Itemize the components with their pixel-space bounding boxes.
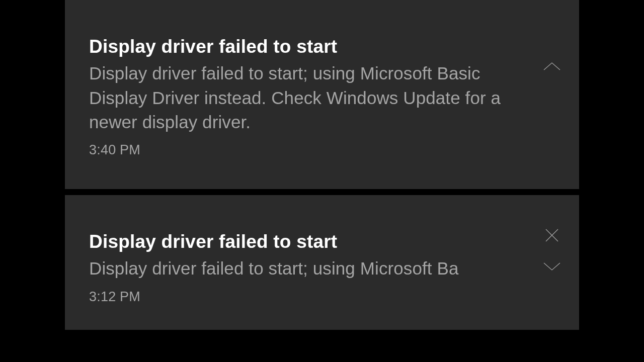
notification-card[interactable]: Display driver failed to start Display d… xyxy=(65,195,579,330)
notification-body: Display driver failed to start; using Mi… xyxy=(89,61,507,134)
close-icon xyxy=(545,228,559,244)
dismiss-button[interactable] xyxy=(542,226,562,246)
collapse-button[interactable] xyxy=(542,57,562,77)
notification-time: 3:40 PM xyxy=(89,142,555,158)
notification-actions xyxy=(542,57,562,77)
expand-button[interactable] xyxy=(542,257,562,278)
notification-time: 3:12 PM xyxy=(89,289,555,305)
notification-body: Display driver failed to start; using Mi… xyxy=(89,256,492,281)
notification-title: Display driver failed to start xyxy=(89,230,555,253)
notification-actions xyxy=(542,226,562,278)
notification-card[interactable]: Display driver failed to start Display d… xyxy=(65,0,579,189)
chevron-down-icon xyxy=(543,261,561,274)
notification-title: Display driver failed to start xyxy=(89,35,555,58)
notification-panel: Display driver failed to start Display d… xyxy=(65,0,579,330)
chevron-up-icon xyxy=(543,61,561,74)
